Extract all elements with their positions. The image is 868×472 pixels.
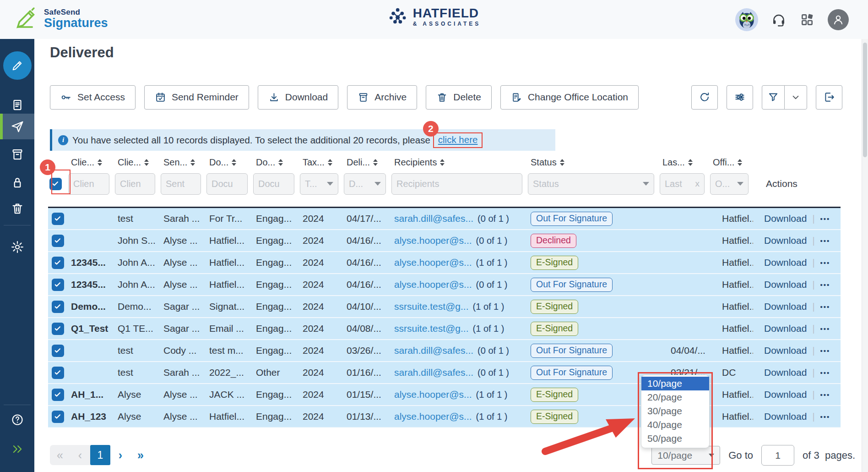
filter-select-6[interactable]: T... <box>300 173 338 195</box>
page-size-option[interactable]: 30/page <box>641 404 709 418</box>
column-header-6[interactable]: Tax... <box>299 157 343 168</box>
recipient-email-link[interactable]: ssrsuite.test@g... <box>394 301 469 312</box>
recipient-email-link[interactable]: ssrsuite.test@g... <box>394 323 469 334</box>
filter-select-11[interactable]: O... <box>710 173 749 195</box>
column-header-9[interactable]: Status <box>527 157 659 168</box>
table-row[interactable]: John S...Alyse ...Hatfiel...Engag...2024… <box>48 230 841 252</box>
row-checkbox[interactable] <box>52 411 64 423</box>
filter-button[interactable] <box>762 85 785 110</box>
delete-button[interactable]: Delete <box>426 85 492 110</box>
download-link[interactable]: Download <box>764 279 807 290</box>
sidebar-item-locked[interactable] <box>0 170 34 195</box>
sort-icon[interactable] <box>190 159 195 166</box>
table-row[interactable]: AH_1...AlyseAlyse ...JACK ...Engag...202… <box>48 384 841 406</box>
more-actions-icon[interactable]: ••• <box>820 369 830 377</box>
sort-icon[interactable] <box>328 159 332 166</box>
sort-icon[interactable] <box>560 159 564 166</box>
table-row[interactable]: testSarah ...For Tr...Engag...202404/17/… <box>48 208 841 230</box>
row-checkbox[interactable] <box>52 279 64 291</box>
column-header-3[interactable]: Sen... <box>160 157 206 168</box>
download-link[interactable]: Download <box>764 257 807 268</box>
more-actions-icon[interactable]: ••• <box>820 413 830 421</box>
sort-icon[interactable] <box>144 159 149 166</box>
download-button[interactable]: Download <box>258 85 338 110</box>
compose-button[interactable] <box>3 51 32 80</box>
filter-input-docu[interactable] <box>206 173 248 195</box>
filter-input-clien[interactable] <box>115 173 155 195</box>
filter-input-docu[interactable] <box>253 173 294 195</box>
more-actions-icon[interactable]: ••• <box>820 325 830 333</box>
download-link[interactable]: Download <box>764 213 807 224</box>
column-header-4[interactable]: Do... <box>206 157 252 168</box>
more-actions-icon[interactable]: ••• <box>820 237 830 245</box>
filter-select-9[interactable]: Status <box>528 173 654 195</box>
page-size-option[interactable]: 40/page <box>641 418 709 432</box>
sidebar-help-button[interactable] <box>0 407 34 433</box>
set-access-button[interactable]: Set Access <box>50 85 136 110</box>
row-checkbox[interactable] <box>52 389 64 401</box>
column-options-button[interactable] <box>727 85 753 110</box>
sidebar-expand-button[interactable] <box>0 436 34 462</box>
current-page-button[interactable]: 1 <box>90 445 110 465</box>
apps-grid-icon[interactable] <box>799 12 815 27</box>
more-actions-icon[interactable]: ••• <box>820 391 830 399</box>
row-checkbox[interactable] <box>52 235 64 247</box>
send-reminder-button[interactable]: Send Reminder <box>144 85 249 110</box>
column-header-5[interactable]: Do... <box>252 157 299 168</box>
table-row[interactable]: testCody ...test m...Engag...202403/26/.… <box>48 340 841 362</box>
recipient-email-link[interactable]: alyse.hooper@s... <box>394 411 472 422</box>
row-checkbox[interactable] <box>52 213 64 225</box>
page-size-option[interactable]: 10/page <box>641 377 709 390</box>
download-link[interactable]: Download <box>764 367 807 378</box>
sort-icon[interactable] <box>738 159 742 166</box>
recipient-email-link[interactable]: alyse.hooper@s... <box>394 279 472 290</box>
download-link[interactable]: Download <box>764 389 807 400</box>
archive-button[interactable]: Archive <box>347 85 417 110</box>
recipient-email-link[interactable]: sarah.dill@safes... <box>394 213 473 224</box>
support-headset-icon[interactable] <box>771 12 787 27</box>
filter-input-recipients[interactable] <box>391 173 522 195</box>
more-actions-icon[interactable]: ••• <box>820 215 830 223</box>
filter-input-last[interactable]: Lastx <box>660 173 705 195</box>
sort-icon[interactable] <box>278 159 283 166</box>
scrollbar-thumb[interactable] <box>863 43 867 157</box>
recipient-email-link[interactable]: alyse.hooper@s... <box>394 257 472 268</box>
page-size-select[interactable]: 10/page <box>651 446 720 465</box>
row-checkbox[interactable] <box>52 257 64 269</box>
mascot-avatar[interactable] <box>735 8 758 31</box>
recipient-email-link[interactable]: alyse.hooper@s... <box>394 389 472 400</box>
user-avatar[interactable] <box>828 9 849 30</box>
column-header-1[interactable]: Clie... <box>67 157 114 168</box>
column-header-7[interactable]: Deli... <box>343 157 391 168</box>
more-actions-icon[interactable]: ••• <box>820 281 830 289</box>
column-header-10[interactable]: Las... <box>659 157 709 168</box>
goto-page-input[interactable] <box>761 445 794 466</box>
table-row[interactable]: AH_123AlyseAlyse ...Hatfiel...Engag...20… <box>48 406 841 428</box>
select-all-checkbox[interactable] <box>49 178 62 190</box>
column-header-2[interactable]: Clie... <box>114 157 160 168</box>
recipient-email-link[interactable]: alyse.hooper@s... <box>394 235 472 246</box>
change-office-location-button[interactable]: Change Office Location <box>500 85 639 110</box>
page-size-option[interactable]: 20/page <box>641 390 709 404</box>
table-row[interactable]: Q1_TestQ1 TE...Sagar ...Email ...Engag..… <box>48 318 841 340</box>
download-link[interactable]: Download <box>764 323 807 334</box>
refresh-button[interactable] <box>691 85 718 110</box>
table-row[interactable]: 12345...John A...Alyse ...Hatfiel...Enga… <box>48 252 841 274</box>
column-header-11[interactable]: Offi... <box>709 157 753 168</box>
more-actions-icon[interactable]: ••• <box>820 303 830 311</box>
sidebar-item-settings[interactable] <box>0 234 34 260</box>
row-checkbox[interactable] <box>52 345 64 357</box>
prev-page-button[interactable]: ‹ <box>70 445 90 465</box>
page-size-option[interactable]: 50/page <box>641 432 709 445</box>
clear-filter-icon[interactable]: x <box>695 179 700 189</box>
sidebar-item-trash[interactable] <box>0 196 34 221</box>
row-checkbox[interactable] <box>52 323 64 335</box>
filter-expand-button[interactable] <box>784 85 807 110</box>
sidebar-item-compose[interactable] <box>0 51 34 80</box>
sort-icon[interactable] <box>373 159 378 166</box>
filter-input-clien[interactable] <box>68 173 109 195</box>
download-link[interactable]: Download <box>764 235 807 246</box>
sort-icon[interactable] <box>688 159 693 166</box>
sort-icon[interactable] <box>440 159 445 166</box>
download-link[interactable]: Download <box>764 411 807 422</box>
